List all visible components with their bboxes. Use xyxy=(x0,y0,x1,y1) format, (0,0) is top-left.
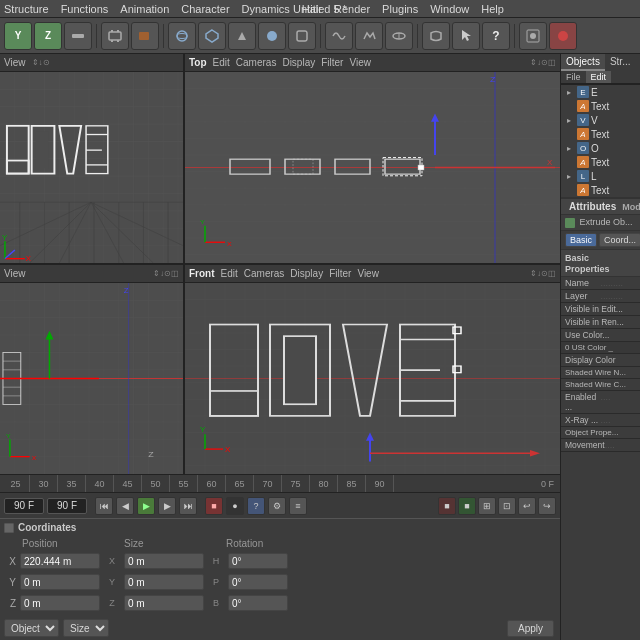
select-btn[interactable] xyxy=(452,22,480,50)
pb-r4[interactable]: ⊡ xyxy=(498,497,516,515)
tree-type-v: V xyxy=(577,114,589,126)
obj-btn-4[interactable] xyxy=(258,22,286,50)
question-btn[interactable]: ? xyxy=(482,22,510,50)
vp-top-edit[interactable]: Edit xyxy=(213,57,230,68)
attr-tab-basic[interactable]: Basic xyxy=(565,233,597,247)
obj-btn-3[interactable] xyxy=(228,22,256,50)
curve-btn-1[interactable] xyxy=(325,22,353,50)
obj-btn-1[interactable] xyxy=(168,22,196,50)
viewport-top[interactable]: Top Edit Cameras Display Filter View ⇕↓⊙… xyxy=(185,54,560,263)
vp-front-content[interactable]: X Y xyxy=(185,283,560,474)
vp-top-filter[interactable]: Filter xyxy=(321,57,343,68)
viewport-front[interactable]: Front Edit Cameras Display Filter View ⇕… xyxy=(185,265,560,474)
viewport-area: View ⇕↓⊙ xyxy=(0,54,560,640)
coord-y-size[interactable] xyxy=(124,574,204,590)
deform-btn-1[interactable] xyxy=(422,22,450,50)
vp-left-content[interactable]: Z xyxy=(0,283,183,474)
pb-r5[interactable]: ↩ xyxy=(518,497,536,515)
coord-z-rot-label: B xyxy=(208,598,224,608)
vp-front-cameras[interactable]: Cameras xyxy=(244,268,285,279)
total-frame-input[interactable] xyxy=(47,498,87,514)
pb-step-back[interactable]: ◀ xyxy=(116,497,134,515)
pb-play[interactable]: ▶ xyxy=(137,497,155,515)
subtab-edit[interactable]: Edit xyxy=(586,71,612,83)
obj-btn-5[interactable] xyxy=(288,22,316,50)
tree-type-o: O xyxy=(577,142,589,154)
vp-top-view[interactable]: View xyxy=(349,57,371,68)
render-active-btn[interactable] xyxy=(549,22,577,50)
menu-plugins[interactable]: Plugins xyxy=(382,3,418,15)
coord-z-rot[interactable] xyxy=(228,595,288,611)
pb-r6[interactable]: ↪ xyxy=(538,497,556,515)
tree-item-l[interactable]: ▸ L L xyxy=(561,169,640,183)
pb-misc-1[interactable]: ? xyxy=(247,497,265,515)
pb-stop[interactable]: ■ xyxy=(205,497,223,515)
coord-x-pos[interactable] xyxy=(20,553,100,569)
menu-help[interactable]: Help xyxy=(481,3,504,15)
coord-size-select[interactable]: Size xyxy=(63,619,109,637)
menu-functions[interactable]: Functions xyxy=(61,3,109,15)
vp-left-label: View xyxy=(4,268,26,279)
tree-item-v-text[interactable]: A Text xyxy=(561,127,640,141)
tree-item-e-text[interactable]: A Text xyxy=(561,99,640,113)
coord-apply-button[interactable]: Apply xyxy=(507,620,554,637)
tree-item-v[interactable]: ▸ V V xyxy=(561,113,640,127)
pb-r1[interactable]: ■ xyxy=(438,497,456,515)
menu-structure[interactable]: Structure xyxy=(4,3,49,15)
coord-x-rot[interactable] xyxy=(228,553,288,569)
film-button[interactable] xyxy=(101,22,129,50)
tree-item-e[interactable]: ▸ E E xyxy=(561,85,640,99)
coord-x-size[interactable] xyxy=(124,553,204,569)
coord-z-pos[interactable] xyxy=(20,595,100,611)
nurbs-btn[interactable] xyxy=(385,22,413,50)
prop-layer: Layer ......... xyxy=(561,290,640,303)
move-button[interactable] xyxy=(64,22,92,50)
prop-layer-dots: ......... xyxy=(601,291,637,301)
tree-item-o-text[interactable]: A Text xyxy=(561,155,640,169)
menu-animation[interactable]: Animation xyxy=(120,3,169,15)
vp-top-cameras[interactable]: Cameras xyxy=(236,57,277,68)
tree-item-l-text[interactable]: A Text xyxy=(561,183,640,197)
menu-hair[interactable]: Hair xyxy=(302,3,322,15)
tree-label-v-text: Text xyxy=(591,129,609,140)
attr-tab-coord[interactable]: Coord... xyxy=(599,233,640,247)
current-frame-input[interactable] xyxy=(4,498,44,514)
redo-button[interactable]: Z xyxy=(34,22,62,50)
tab-objects[interactable]: Objects xyxy=(561,54,605,71)
pb-r2[interactable]: ■ xyxy=(458,497,476,515)
pb-skip-forward[interactable]: ⏭ xyxy=(179,497,197,515)
box-button[interactable] xyxy=(131,22,159,50)
vp-front-edit[interactable]: Edit xyxy=(221,268,238,279)
menu-character[interactable]: Character xyxy=(181,3,229,15)
curve-btn-2[interactable] xyxy=(355,22,383,50)
vp-top-content[interactable]: Z xyxy=(185,72,560,263)
pb-record[interactable]: ● xyxy=(226,497,244,515)
coord-y-rot[interactable] xyxy=(228,574,288,590)
menu-window[interactable]: Window xyxy=(430,3,469,15)
pb-r3[interactable]: ⊞ xyxy=(478,497,496,515)
coord-mode-select[interactable]: Object xyxy=(4,619,59,637)
tree-item-o[interactable]: ▸ O O xyxy=(561,141,640,155)
obj-btn-2[interactable] xyxy=(198,22,226,50)
vp-persp-content[interactable]: X Y xyxy=(0,72,183,263)
viewport-left[interactable]: View ⇕↓⊙◫ xyxy=(0,265,185,474)
render-settings-btn[interactable] xyxy=(519,22,547,50)
vp-front-view[interactable]: View xyxy=(357,268,379,279)
menu-dynamics[interactable]: Dynamics xyxy=(242,3,290,15)
pb-misc-2[interactable]: ⚙ xyxy=(268,497,286,515)
subtab-file[interactable]: File xyxy=(561,71,586,83)
pb-skip-back[interactable]: ⏮ xyxy=(95,497,113,515)
timeline-ruler[interactable]: 25 30 35 40 45 50 55 60 65 70 75 80 85 9… xyxy=(0,474,560,492)
tab-structure[interactable]: Str... xyxy=(605,54,636,71)
pb-step-forward[interactable]: ▶ xyxy=(158,497,176,515)
menu-render[interactable]: Render xyxy=(334,3,370,15)
undo-button[interactable]: Y xyxy=(4,22,32,50)
coord-y-pos[interactable] xyxy=(20,574,100,590)
vp-front-display[interactable]: Display xyxy=(290,268,323,279)
vp-top-display[interactable]: Display xyxy=(282,57,315,68)
vp-front-filter[interactable]: Filter xyxy=(329,268,351,279)
pb-misc-3[interactable]: ≡ xyxy=(289,497,307,515)
coord-z-size[interactable] xyxy=(124,595,204,611)
svg-rect-4 xyxy=(111,40,113,42)
viewport-perspective[interactable]: View ⇕↓⊙ xyxy=(0,54,185,263)
